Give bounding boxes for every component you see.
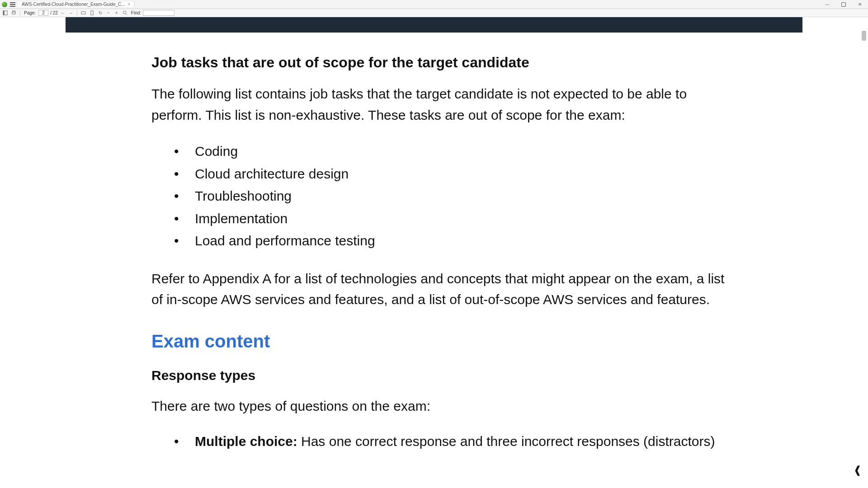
heading-response-types: Response types [151,368,739,383]
list-item: Implementation [174,207,739,230]
document-tab[interactable]: AWS-Certified-Cloud-Practitioner_Exam-Gu… [18,2,134,7]
svg-rect-3 [13,11,15,12]
app-icon [2,2,7,7]
window-maximize-button[interactable] [835,0,852,9]
pdf-page: Job tasks that are out of scope for the … [66,17,802,488]
rotate-button[interactable]: ↻ [97,10,104,16]
list-item: Coding [174,140,739,163]
list-item: Cloud architecture design [174,163,739,185]
svg-point-6 [123,11,126,14]
svg-rect-2 [12,12,15,14]
qtype-label: Multiple choice: [195,434,297,449]
page-prev-button[interactable]: ← [60,10,66,16]
zoom-out-button[interactable]: − [105,10,112,16]
list-item: Load and performance testing [174,230,739,252]
page-next-button[interactable]: → [68,10,74,16]
heading-out-of-scope: Job tasks that are out of scope for the … [151,54,739,71]
qtype-desc: Has one correct response and three incor… [297,434,715,449]
svg-rect-1 [3,11,5,15]
svg-line-7 [126,14,127,15]
page-label: Page: [24,10,36,15]
heading-exam-content: Exam content [151,331,739,352]
svg-rect-4 [81,12,85,14]
document-tab-title: AWS-Certified-Cloud-Practitioner_Exam-Gu… [22,2,125,7]
svg-rect-5 [91,11,94,15]
find-input[interactable] [143,10,175,16]
vertical-scrollbar[interactable] [861,18,867,488]
out-of-scope-list: Coding Cloud architecture design Trouble… [174,140,739,252]
page-number-input[interactable] [38,10,48,16]
menu-button[interactable] [10,2,15,7]
search-icon[interactable] [122,10,128,16]
toolbar-separator [77,10,77,16]
toolbar: Page: / 22 ← → ↻ − + Find: [0,9,868,17]
window-minimize-button[interactable] [819,0,835,9]
page-total: / 22 [50,10,58,15]
zoom-in-button[interactable]: + [113,10,120,16]
list-item: Troubleshooting [174,185,739,207]
print-button[interactable] [10,10,17,16]
fit-width-button[interactable] [80,10,87,16]
list-item: Multiple choice: Has one correct respons… [174,431,739,452]
page-header-band [66,17,802,33]
two-types-paragraph: There are two types of questions on the … [151,396,739,417]
find-label: Find: [131,10,141,15]
titlebar: AWS-Certified-Cloud-Practitioner_Exam-Gu… [0,0,868,9]
sidebar-toggle-button[interactable] [2,10,9,16]
scrollbar-thumb[interactable] [862,31,866,41]
lead-paragraph: The following list contains job tasks th… [151,84,739,126]
document-viewer: Job tasks that are out of scope for the … [0,17,868,488]
toolbar-separator [20,10,20,16]
back-chevron-icon[interactable]: ‹ [854,455,861,482]
fit-page-button[interactable] [89,10,95,16]
refer-paragraph: Refer to Appendix A for a list of techno… [151,268,739,310]
question-types-list: Multiple choice: Has one correct respons… [174,431,739,452]
tab-close-icon[interactable]: × [128,2,131,7]
window-close-button[interactable] [852,0,868,9]
